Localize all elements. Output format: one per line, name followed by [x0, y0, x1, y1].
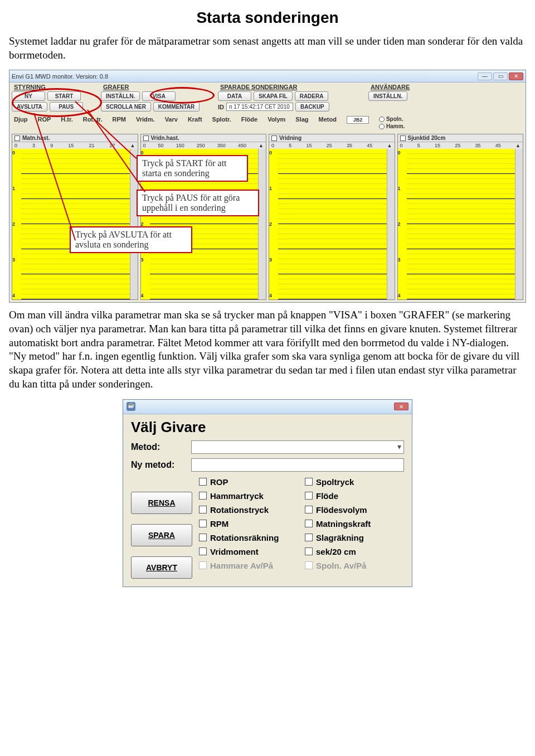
checkbox-column-2: SpoltryckFlödeFlödesvolymMatningskraftSl… [305, 477, 404, 579]
scale: 250 [197, 143, 205, 148]
scale: 0 [271, 143, 274, 148]
checkbox-vridmoment[interactable]: Vridmoment [199, 547, 298, 556]
hamm-label: Hamm. [386, 123, 405, 129]
checkbox-column-1: ROPHammartryckRotationstryckRPMRotations… [199, 477, 298, 579]
y: 3 [141, 257, 150, 263]
checkbox-icon[interactable] [305, 520, 313, 527]
rensa-button[interactable]: RENSA [131, 492, 192, 514]
scale: 27 [109, 143, 115, 148]
hamm-radio[interactable]: Hamm. [379, 123, 405, 129]
ny-button[interactable]: NY [12, 91, 45, 101]
checkbox-fl-desvolym[interactable]: Flödesvolym [305, 505, 404, 515]
dialog-titlebar: ✕ [123, 400, 412, 414]
checkbox-icon[interactable] [305, 547, 313, 555]
spara-button[interactable]: SPARA [131, 524, 192, 546]
grid [21, 149, 130, 299]
checkbox-icon[interactable] [199, 478, 207, 486]
y: 1 [398, 186, 407, 191]
maximize-icon[interactable]: ▭ [493, 72, 508, 80]
scrollbar[interactable] [387, 149, 395, 299]
visa-button[interactable]: VISA [142, 91, 176, 101]
param-varv: Varv [165, 116, 178, 129]
scale: 50 [158, 143, 164, 148]
metod-value: JB2 [347, 116, 369, 124]
minimize-icon[interactable]: — [478, 72, 492, 80]
spoln-radio[interactable]: Spoln. [379, 116, 405, 122]
valj-givare-dialog: ✕ Välj Givare Metod: Ny metod: RENSA SPA… [123, 399, 412, 587]
checkbox-icon[interactable] [199, 492, 207, 500]
y: 1 [269, 186, 278, 191]
param-kraft: Kraft [188, 116, 202, 129]
checkbox-fl-de[interactable]: Flöde [305, 491, 404, 501]
checkbox-label: ROP [210, 477, 228, 487]
kommentar-button[interactable]: KOMMENTAR [153, 102, 200, 112]
checkbox-hammartryck[interactable]: Hammartryck [199, 491, 298, 501]
metod-select[interactable] [191, 440, 404, 454]
installn-anvandare-button[interactable]: INSTÄLLN. [368, 91, 407, 101]
id-field[interactable]: n 17 15:42:17 CET 2010 [226, 103, 293, 111]
y: 4 [12, 293, 21, 298]
graphs-area: Matn.hast. 0 3 9 15 21 27 ▲ 01234 [9, 132, 526, 302]
scroll-up-icon[interactable]: ▲ [259, 143, 264, 148]
checkbox-rpm[interactable]: RPM [199, 519, 298, 529]
param-volym: Volym [268, 116, 285, 129]
group-styrning-label: STYRNING [12, 84, 95, 90]
scrolla-ner-button[interactable]: SCROLLA NER [101, 102, 151, 112]
installn-grafer-button[interactable]: INSTÄLLN. [101, 91, 140, 101]
scale: 35 [347, 143, 352, 148]
checkbox-icon[interactable] [199, 547, 207, 555]
dialog-close-icon[interactable]: ✕ [394, 403, 408, 410]
checkbox-label: RPM [210, 519, 228, 529]
avsluta-button[interactable]: AVSLUTA [12, 102, 47, 112]
y: 2 [269, 221, 278, 227]
checkbox-icon[interactable] [305, 478, 313, 486]
checkbox-icon[interactable] [199, 534, 207, 541]
group-sparade: SPARADE SONDERINGAR DATA SKAPA FIL RADER… [218, 84, 363, 112]
scale: 0 [400, 143, 403, 148]
group-sparade-label: SPARADE SONDERINGAR [218, 84, 363, 90]
scrollbar[interactable] [515, 149, 523, 299]
callout-avsluta: Tryck på AVSLUTA för att avsluta en sond… [70, 226, 192, 253]
scroll-up-icon[interactable]: ▲ [130, 143, 135, 148]
checkbox-rotationsr-kning[interactable]: Rotationsräkning [199, 533, 298, 542]
nymetod-input[interactable] [191, 458, 404, 472]
scroll-up-icon[interactable]: ▲ [515, 143, 521, 148]
checkbox-rop[interactable]: ROP [199, 477, 298, 487]
scrollbar[interactable] [258, 149, 266, 299]
checkbox-icon[interactable] [305, 506, 313, 513]
checkbox-icon[interactable] [400, 135, 406, 141]
scroll-up-icon[interactable]: ▲ [387, 143, 392, 148]
checkbox-icon[interactable] [199, 506, 207, 513]
graph-sjunktid: Sjunktid 20cm 0 5 15 25 35 45 ▲ 01234 [397, 134, 524, 300]
start-button[interactable]: START [47, 91, 81, 101]
scale: 15 [307, 143, 312, 148]
scale: 45 [495, 143, 501, 148]
paus-button[interactable]: PAUS [50, 102, 83, 112]
radera-button[interactable]: RADERA [295, 91, 329, 101]
scale: 9 [50, 143, 53, 148]
param-rop: ROP [37, 116, 51, 129]
window-title: Envi G1 MWD monitor. Version: 0.8 [12, 73, 108, 80]
graph-0-title: Matn.hast. [22, 135, 50, 141]
checkbox-icon[interactable] [14, 135, 20, 141]
checkbox-icon[interactable] [143, 135, 149, 141]
scale: 45 [367, 143, 372, 148]
checkbox-spoltryck[interactable]: Spoltryck [305, 477, 404, 487]
checkbox-icon[interactable] [199, 520, 207, 527]
backup-button[interactable]: BACKUP [295, 102, 329, 112]
data-button[interactable]: DATA [218, 91, 251, 101]
doc-title: Starta sonderingen [9, 9, 526, 27]
checkbox-icon[interactable] [271, 135, 277, 141]
checkbox-icon[interactable] [305, 492, 313, 500]
checkbox-rotationstryck[interactable]: Rotationstryck [199, 505, 298, 515]
close-icon[interactable]: ✕ [509, 72, 523, 80]
checkbox-slagr-kning[interactable]: Slagräkning [305, 533, 404, 542]
checkbox-matningskraft[interactable]: Matningskraft [305, 519, 404, 529]
scale: 15 [435, 143, 440, 148]
id-label: ID [218, 104, 224, 110]
skapa-fil-button[interactable]: SKAPA FIL [254, 91, 293, 101]
checkbox-icon[interactable] [305, 534, 313, 541]
avbryt-button[interactable]: AVBRYT [131, 556, 192, 579]
checkbox-sek-20-cm[interactable]: sek/20 cm [305, 547, 404, 556]
y: 4 [141, 293, 150, 298]
